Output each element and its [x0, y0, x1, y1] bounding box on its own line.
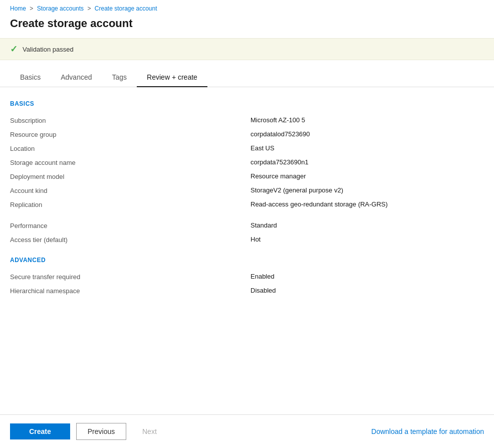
field-label-access-tier: Access tier (default) [10, 236, 251, 244]
field-hierarchical-namespace: Hierarchical namespace Disabled [10, 284, 484, 298]
tab-advanced[interactable]: Advanced [51, 68, 102, 87]
field-subscription: Subscription Microsoft AZ-100 5 [10, 113, 484, 127]
field-value-performance: Standard [251, 221, 484, 229]
tabs-container: Basics Advanced Tags Review + create [0, 68, 494, 87]
breadcrumb-sep1: > [30, 5, 35, 12]
basics-section-header: BASICS [10, 100, 484, 107]
field-value-hierarchical-namespace: Disabled [251, 287, 484, 294]
field-value-account-kind: StorageV2 (general purpose v2) [251, 186, 484, 194]
field-location: Location East US [10, 141, 484, 155]
field-label-hierarchical-namespace: Hierarchical namespace [10, 287, 251, 295]
validation-check-icon: ✓ [10, 44, 18, 55]
field-label-resource-group: Resource group [10, 130, 251, 138]
page-container: Home > Storage accounts > Create storage… [0, 0, 494, 448]
breadcrumb: Home > Storage accounts > Create storage… [0, 0, 494, 15]
field-label-subscription: Subscription [10, 116, 251, 124]
section-gap-2 [10, 247, 484, 254]
content-area: BASICS Subscription Microsoft AZ-100 5 R… [0, 87, 494, 414]
advanced-section-header: ADVANCED [10, 257, 484, 264]
field-deployment-model: Deployment model Resource manager [10, 169, 484, 183]
field-value-subscription: Microsoft AZ-100 5 [251, 116, 484, 124]
breadcrumb-home[interactable]: Home [10, 5, 26, 12]
field-value-replication: Read-access geo-redundant storage (RA-GR… [251, 200, 484, 208]
field-label-performance: Performance [10, 221, 251, 230]
field-label-deployment-model: Deployment model [10, 172, 251, 180]
field-value-resource-group: corpdatalod7523690 [251, 130, 484, 138]
field-label-replication: Replication [10, 200, 251, 208]
tab-basics[interactable]: Basics [10, 68, 51, 87]
next-button: Next [132, 423, 167, 439]
breadcrumb-create[interactable]: Create storage account [95, 5, 157, 12]
field-label-secure-transfer: Secure transfer required [10, 273, 251, 281]
field-value-location: East US [251, 144, 484, 152]
validation-text: Validation passed [23, 46, 74, 53]
previous-button[interactable]: Previous [76, 423, 126, 440]
field-value-access-tier: Hot [251, 236, 484, 243]
field-label-storage-account-name: Storage account name [10, 158, 251, 166]
page-title: Create storage account [0, 15, 494, 38]
breadcrumb-sep2: > [87, 5, 92, 12]
create-button[interactable]: Create [10, 423, 70, 439]
field-resource-group: Resource group corpdatalod7523690 [10, 127, 484, 141]
section-gap-1 [10, 211, 484, 218]
field-value-storage-account-name: corpdata7523690n1 [251, 158, 484, 166]
field-access-tier: Access tier (default) Hot [10, 233, 484, 247]
tab-tags[interactable]: Tags [102, 68, 137, 87]
field-storage-account-name: Storage account name corpdata7523690n1 [10, 155, 484, 169]
download-template-link[interactable]: Download a template for automation [371, 427, 484, 435]
field-performance: Performance Standard [10, 218, 484, 233]
field-replication: Replication Read-access geo-redundant st… [10, 197, 484, 211]
field-value-deployment-model: Resource manager [251, 172, 484, 180]
field-account-kind: Account kind StorageV2 (general purpose … [10, 183, 484, 197]
field-label-location: Location [10, 144, 251, 152]
field-value-secure-transfer: Enabled [251, 273, 484, 280]
breadcrumb-storage-accounts[interactable]: Storage accounts [37, 5, 84, 12]
validation-bar: ✓ Validation passed [0, 38, 494, 60]
field-secure-transfer: Secure transfer required Enabled [10, 270, 484, 284]
field-label-account-kind: Account kind [10, 186, 251, 194]
footer: Create Previous Next Download a template… [0, 414, 494, 448]
tab-review-create[interactable]: Review + create [137, 68, 207, 87]
